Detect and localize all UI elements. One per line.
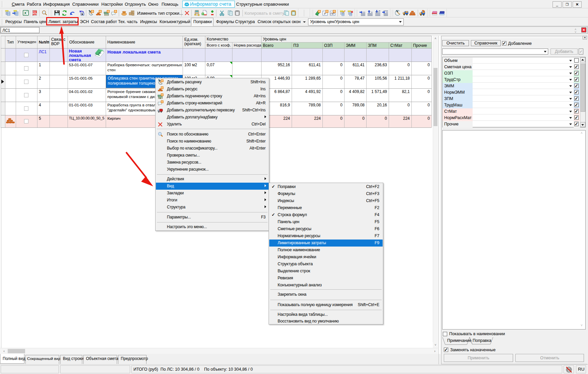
svg-text:X: X: [24, 11, 27, 15]
svg-text:PDF: PDF: [33, 11, 37, 13]
svg-text:✱: ✱: [82, 13, 84, 15]
